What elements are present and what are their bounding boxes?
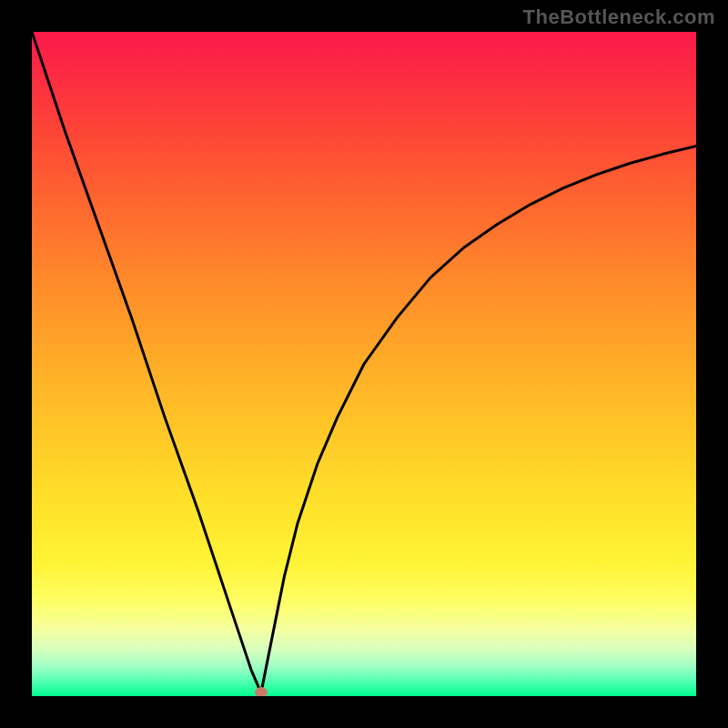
watermark-text: TheBottleneck.com <box>523 5 715 29</box>
bottleneck-curve <box>32 32 696 696</box>
plot-area <box>32 32 696 696</box>
optimum-marker-icon <box>255 687 268 696</box>
